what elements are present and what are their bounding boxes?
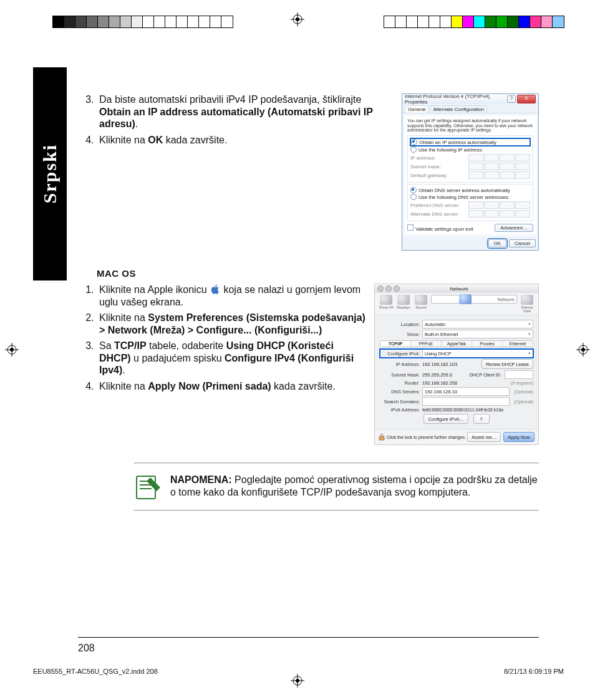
help-button[interactable]: ? <box>473 414 490 424</box>
tab-pppoe[interactable]: PPPoE <box>411 341 442 347</box>
svg-rect-16 <box>379 436 384 440</box>
note-label: NAPOMENA: <box>170 474 232 485</box>
tab-appletalk[interactable]: AppleTalk <box>442 341 472 347</box>
steps-list-macos: Kliknite na Apple ikonicu koja se nalazi… <box>78 284 365 392</box>
pref-tool-network[interactable]: Network <box>431 295 517 304</box>
dialog-help-text: You can get IP settings assigned automat… <box>407 118 533 133</box>
pref-tool-displays[interactable]: Displays <box>396 295 411 313</box>
print-color-bar-right <box>384 16 564 27</box>
radio-icon <box>410 187 417 193</box>
note-box: NAPOMENA: Pogledajte pomoć operativnog s… <box>134 474 539 501</box>
radio-use-following-dns[interactable]: Use the following DNS server addresses: <box>410 194 530 200</box>
macos-network-dialog: Network Show AllDisplaysSoundNetworkStar… <box>374 284 539 445</box>
page-number: 208 <box>78 643 95 654</box>
divider <box>134 510 539 511</box>
search-domains-input[interactable] <box>422 397 510 406</box>
checkbox-validate[interactable] <box>407 224 414 231</box>
alternate-dns-label: Alternate DNS server: <box>410 211 459 217</box>
lock-hint: Click the lock to prevent further change… <box>387 435 466 439</box>
pref-tool-icon <box>415 295 427 305</box>
tab-tcp/ip[interactable]: TCP/IP <box>380 341 411 347</box>
language-tab-label: Srpski <box>39 144 60 203</box>
ip-address-label: IP address: <box>410 155 435 161</box>
print-footer: EEU8555_RT-AC56U_QSG_v2.indd 208 8/21/13… <box>33 668 564 675</box>
radio-icon <box>411 139 417 145</box>
tab-alternate-configuration[interactable]: Alternate Configuration <box>430 105 487 113</box>
router-value: 192.168.182.250 <box>422 380 508 386</box>
window-dot-icon <box>394 285 400 292</box>
tab-general[interactable]: General <box>405 105 428 113</box>
ok-button[interactable]: OK <box>488 239 507 247</box>
footer-file: EEU8555_RT-AC56U_QSG_v2.indd 208 <box>33 668 158 675</box>
divider <box>134 463 539 464</box>
pref-tool-show-all[interactable]: Show All <box>379 295 394 313</box>
apple-icon <box>210 284 221 295</box>
note-icon <box>134 474 162 501</box>
list-item: Kliknite na System Preferences (Sistemsk… <box>97 312 365 336</box>
tab-proxies[interactable]: Proxies <box>472 341 503 347</box>
macos-dialog-title: Network <box>402 286 516 292</box>
registration-mark-icon <box>291 12 304 26</box>
macos-pref-toolbar: Show AllDisplaysSoundNetworkStartup Disk <box>375 293 538 315</box>
renew-dhcp-lease-button[interactable]: Renew DHCP Lease <box>481 359 533 369</box>
show-select[interactable]: Built-in Ethernet▾ <box>422 330 533 338</box>
macos-heading: MAC OS <box>97 268 539 279</box>
pref-tool-sound[interactable]: Sound <box>414 295 428 313</box>
tab-ethernet[interactable]: Ethernet <box>503 341 533 347</box>
list-item: Sa TCP/IP tabele, odaberite Using DHCP (… <box>97 340 365 376</box>
list-item: Kliknite na OK kada završite. <box>97 134 393 146</box>
preferred-dns-label: Preferred DNS server: <box>410 203 460 208</box>
pref-tool-startup-disk[interactable]: Startup Disk <box>520 295 535 313</box>
close-button[interactable]: X <box>517 95 536 103</box>
language-tab: Srpski <box>33 67 67 280</box>
dhcp-client-id-input[interactable] <box>505 370 533 379</box>
print-color-bar-left <box>53 16 233 27</box>
location-select[interactable]: Automatic▾ <box>422 320 533 328</box>
list-item: Kliknite na Apple ikonicu koja se nalazi… <box>97 284 365 308</box>
ipv6-address-value: fe80:0000:0000:0000:0211:24ff:fe32:b18e <box>422 408 533 412</box>
list-item: Kliknite na Apply Now (Primeni sada) kad… <box>97 380 365 393</box>
pref-tool-icon <box>521 295 533 305</box>
registration-mark-icon <box>576 343 590 357</box>
cancel-button[interactable]: Cancel <box>509 239 536 247</box>
window-dot-icon <box>385 285 392 292</box>
footer-time: 8/21/13 6:09:19 PM <box>504 668 564 675</box>
svg-rect-17 <box>137 476 155 499</box>
apply-now-button[interactable]: Apply Now <box>503 432 535 442</box>
windows-dialog-title: Internet Protocol Version 4 (TCP/IPv4) P… <box>405 93 507 105</box>
window-dot-icon <box>377 285 384 292</box>
steps-list-windows: Da biste automatski pribavili iPv4 IP po… <box>78 93 393 146</box>
default-gateway-label: Default gateway: <box>410 173 448 178</box>
advanced-button[interactable]: Advanced… <box>495 224 533 232</box>
windows-tcpip-dialog: Internet Protocol Version 4 (TCP/IPv4) P… <box>402 93 539 251</box>
ip-address-value: 192.168.182.103 <box>422 362 479 367</box>
configure-ipv6-button[interactable]: Configure IPv6… <box>423 414 468 424</box>
radio-obtain-ip-auto[interactable]: Obtain an IP address automatically <box>410 138 530 146</box>
radio-icon <box>410 194 417 200</box>
subnet-mask-label: Subnet mask: <box>410 164 441 170</box>
radio-use-following-ip[interactable]: Use the following IP address: <box>410 146 530 153</box>
radio-obtain-dns-auto[interactable]: Obtain DNS server address automatically <box>410 187 530 193</box>
dns-servers-input[interactable]: 192.168.128.10 <box>422 387 510 396</box>
radio-icon <box>410 146 417 153</box>
pref-tool-icon <box>459 294 472 304</box>
list-item: Da biste automatski pribavili iPv4 IP po… <box>97 93 393 130</box>
registration-mark-icon <box>291 674 304 688</box>
pref-tool-icon <box>397 295 410 305</box>
pref-tool-icon <box>380 295 392 305</box>
configure-ipv4-select[interactable]: Using DHCP▾ <box>422 349 533 358</box>
lock-icon[interactable] <box>379 433 385 441</box>
macos-tabs: TCP/IPPPPoEAppleTalkProxiesEthernet <box>380 340 533 347</box>
subnet-mask-value: 255.255.255.0 <box>422 372 463 378</box>
registration-mark-icon <box>5 343 19 357</box>
help-button[interactable]: ? <box>507 95 516 103</box>
assist-me-button[interactable]: Assist me… <box>467 432 501 442</box>
page-rule <box>78 637 539 638</box>
